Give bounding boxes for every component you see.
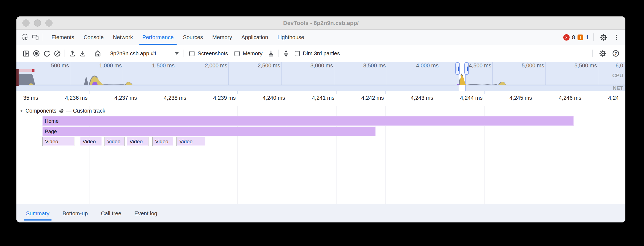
overview-tick-label: 6,0 bbox=[616, 62, 625, 69]
panel-tabs: ElementsConsoleNetworkPerformanceSources… bbox=[47, 30, 309, 45]
devtools-tabbar: ElementsConsoleNetworkPerformanceSources… bbox=[16, 30, 625, 45]
target-selector[interactable]: 8p2n9n.csb.app #1 bbox=[110, 50, 179, 57]
tab-elements[interactable]: Elements bbox=[47, 30, 79, 45]
track-entry-video[interactable]: Video bbox=[176, 137, 205, 146]
bottom-tab-event-log[interactable]: Event log bbox=[134, 204, 158, 222]
ruler-tick-label: 4,243 ms bbox=[390, 95, 433, 101]
bottom-tabs: SummaryBottom-upCall treeEvent log bbox=[25, 204, 170, 222]
timeline-overview[interactable]: CPU NET 500 ms1,000 ms1,500 ms2,000 ms2,… bbox=[16, 62, 625, 91]
devtools-window: DevTools - 8p2n9n.csb.app/ ElementsConso… bbox=[16, 16, 625, 222]
divider bbox=[279, 50, 279, 57]
net-lane-label: NET bbox=[613, 85, 623, 91]
collapse-arrow-icon[interactable]: ▼ bbox=[20, 109, 23, 113]
ruler-tick-label: 4,244 ms bbox=[439, 95, 483, 101]
ruler-tick bbox=[40, 91, 40, 94]
track-entry-page[interactable]: Page bbox=[42, 127, 376, 136]
kebab-menu-icon[interactable] bbox=[611, 32, 622, 42]
ruler-tick bbox=[89, 91, 89, 94]
overview-tick-label: 1,000 ms bbox=[81, 62, 122, 69]
bottom-panel-tabbar: SummaryBottom-upCall treeEvent log bbox=[16, 204, 625, 222]
ruler-tick-label: 4,242 ms bbox=[340, 95, 384, 101]
record-icon[interactable] bbox=[31, 48, 42, 59]
download-icon[interactable] bbox=[77, 48, 88, 59]
reload-icon[interactable] bbox=[42, 48, 52, 59]
track-entry-video[interactable]: Video bbox=[42, 137, 74, 146]
clear-icon[interactable] bbox=[52, 48, 62, 59]
divider bbox=[592, 50, 593, 57]
bottom-tab-call-tree[interactable]: Call tree bbox=[100, 204, 122, 222]
track-title-prefix: Components bbox=[25, 108, 56, 114]
ruler-tick-label: 35 ms bbox=[16, 95, 38, 101]
track-gridline bbox=[40, 106, 40, 204]
flamechart-track-area[interactable]: ▼ Components — Custom track HomePageVide… bbox=[16, 106, 625, 204]
ruler-tick bbox=[583, 91, 583, 94]
gear-icon[interactable] bbox=[597, 48, 608, 59]
selection-handle-right[interactable] bbox=[464, 62, 469, 75]
upload-icon[interactable] bbox=[67, 48, 77, 59]
ruler-tick-label: 4,237 ms bbox=[93, 95, 137, 101]
overview-tick-label: 3,000 ms bbox=[292, 62, 333, 69]
divider bbox=[105, 50, 105, 57]
detail-time-ruler: 35 ms4,236 ms4,237 ms4,238 ms4,239 ms4,2… bbox=[16, 91, 625, 106]
track-entry-home[interactable]: Home bbox=[42, 116, 574, 126]
divider bbox=[43, 33, 43, 41]
dropdown-caret-icon bbox=[175, 52, 179, 55]
screenshots-checkbox[interactable]: Screenshots bbox=[189, 50, 228, 57]
checkbox-icon bbox=[234, 51, 240, 56]
help-icon[interactable]: ? bbox=[611, 48, 621, 59]
track-entry-video[interactable]: Video bbox=[127, 137, 149, 146]
ruler-tick-label: 4,241 ms bbox=[291, 95, 335, 101]
tab-performance[interactable]: Performance bbox=[138, 30, 178, 45]
tab-lighthouse[interactable]: Lighthouse bbox=[273, 30, 309, 45]
bottom-tab-bottom-up[interactable]: Bottom-up bbox=[62, 204, 88, 222]
ruler-tick-label: 4,24 bbox=[608, 95, 619, 101]
tab-console[interactable]: Console bbox=[79, 30, 108, 45]
device-toolbar-icon[interactable] bbox=[30, 32, 40, 42]
ruler-tick bbox=[534, 91, 534, 94]
tab-network[interactable]: Network bbox=[108, 30, 138, 45]
ruler-tick-label: 4,239 ms bbox=[192, 95, 236, 101]
ruler-tick bbox=[385, 91, 386, 94]
checkbox-icon bbox=[189, 51, 195, 56]
track-entry-video[interactable]: Video bbox=[152, 137, 173, 146]
toolbar-right-cluster: ? bbox=[590, 48, 621, 59]
screenshots-label: Screenshots bbox=[198, 50, 228, 57]
inspect-icon[interactable] bbox=[20, 32, 30, 42]
desktop-background: DevTools - 8p2n9n.csb.app/ ElementsConso… bbox=[0, 0, 644, 246]
error-badge-icon[interactable]: × bbox=[563, 34, 570, 41]
collapse-icon[interactable] bbox=[281, 48, 291, 59]
memory-label: Memory bbox=[243, 50, 262, 57]
memory-checkbox[interactable]: Memory bbox=[234, 50, 262, 57]
ruler-tick bbox=[484, 91, 485, 94]
warning-badge-icon[interactable]: ! bbox=[578, 35, 583, 40]
error-count[interactable]: 8 bbox=[572, 34, 575, 41]
gc-brush-icon[interactable] bbox=[266, 48, 276, 59]
custom-track-header[interactable]: ▼ Components — Custom track bbox=[20, 108, 105, 114]
overview-tick-label: 5,500 ms bbox=[556, 62, 597, 69]
track-entry-video[interactable]: Video bbox=[105, 137, 125, 146]
cpu-lane-label: CPU bbox=[612, 73, 623, 79]
overview-tick-label: 3,500 ms bbox=[345, 62, 386, 69]
ruler-tick-label: 4,245 ms bbox=[488, 95, 532, 101]
track-entry-video[interactable]: Video bbox=[80, 137, 102, 146]
panel-toggle-icon[interactable] bbox=[21, 48, 31, 59]
ruler-tick bbox=[336, 91, 336, 94]
track-title-suffix: — Custom track bbox=[66, 108, 105, 114]
atom-icon bbox=[59, 108, 64, 113]
dim-3rd-parties-label: Dim 3rd parties bbox=[303, 50, 340, 57]
warning-count[interactable]: 1 bbox=[586, 34, 589, 41]
gear-icon[interactable] bbox=[598, 32, 609, 42]
overview-tick-label: 1,500 ms bbox=[134, 62, 175, 69]
bottom-tab-summary[interactable]: Summary bbox=[25, 204, 50, 222]
tab-sources[interactable]: Sources bbox=[178, 30, 208, 45]
tab-application[interactable]: Application bbox=[237, 30, 273, 45]
home-icon[interactable] bbox=[92, 48, 103, 59]
selection-handle-left[interactable] bbox=[455, 62, 460, 75]
tab-memory[interactable]: Memory bbox=[208, 30, 237, 45]
dim-3rd-parties-checkbox[interactable]: Dim 3rd parties bbox=[295, 50, 340, 57]
ruler-tick bbox=[188, 91, 188, 94]
overview-tick-label: 4,000 ms bbox=[398, 62, 439, 69]
divider bbox=[90, 50, 90, 57]
divider bbox=[65, 50, 65, 57]
svg-text:?: ? bbox=[614, 51, 617, 56]
